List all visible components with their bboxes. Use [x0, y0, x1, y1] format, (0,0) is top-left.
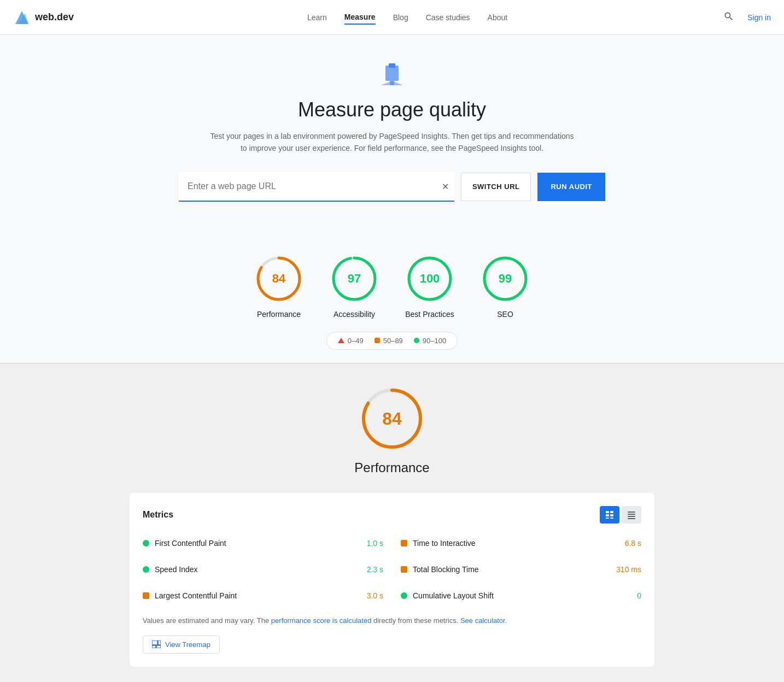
svg-rect-3 [389, 63, 395, 68]
metrics-card: Metrics [130, 493, 654, 667]
svg-rect-23 [628, 516, 635, 517]
accessibility-label: Accessibility [334, 310, 375, 319]
fcp-indicator [143, 540, 149, 546]
logo[interactable]: web.dev [13, 9, 74, 26]
metrics-note-text: Values are estimated and may vary. The [143, 616, 271, 625]
view-simple-button[interactable] [622, 506, 641, 524]
metric-tti: Time to Interactive 6.8 s [401, 534, 641, 552]
view-treemap-button[interactable]: View Treemap [143, 636, 220, 654]
score-performance[interactable]: 84 Performance [254, 254, 303, 319]
nav-right: Sign in [719, 7, 771, 28]
svg-rect-2 [385, 66, 399, 81]
url-clear-button[interactable]: ✕ [442, 181, 449, 191]
performance-detail-title: Performance [130, 460, 654, 475]
performance-score: 84 [272, 272, 285, 286]
svg-rect-28 [156, 645, 161, 648]
calculator-link[interactable]: See calculator. [460, 616, 507, 625]
si-indicator [143, 566, 149, 573]
metric-cls: Cumulative Layout Shift 0 [401, 587, 641, 604]
metrics-note-mid: directly from these metrics. [373, 616, 460, 625]
legend-fail-range: 0–49 [348, 337, 364, 345]
score-best-practices[interactable]: 100 Best Practices [405, 254, 454, 319]
perf-score-link[interactable]: performance score is calculated [271, 616, 372, 625]
tti-indicator [401, 540, 407, 546]
legend-pass: 90–100 [414, 337, 446, 345]
si-name: Speed Index [155, 565, 361, 574]
hero-title: Measure page quality [13, 98, 771, 121]
logo-icon [13, 9, 31, 26]
seo-label: SEO [497, 310, 513, 319]
metrics-view-toggle [600, 506, 641, 524]
performance-section: 84 Performance Metrics [0, 364, 784, 682]
metric-lcp: Largest Contentful Paint 3.0 s [143, 587, 383, 604]
seo-score: 99 [499, 272, 512, 286]
best-practices-score: 100 [420, 272, 440, 286]
nav-measure[interactable]: Measure [344, 10, 376, 25]
nav-learn[interactable]: Learn [307, 11, 327, 24]
tti-name: Time to Interactive [413, 539, 619, 548]
nav-about[interactable]: About [488, 11, 508, 24]
view-detailed-button[interactable] [600, 506, 619, 524]
sign-in-button[interactable]: Sign in [747, 13, 771, 22]
metric-tbt: Total Blocking Time 310 ms [401, 561, 641, 578]
tbt-name: Total Blocking Time [413, 565, 611, 574]
navigation: web.dev Learn Measure Blog Case studies … [0, 0, 784, 35]
svg-rect-22 [628, 514, 635, 515]
score-seo[interactable]: 99 SEO [481, 254, 530, 319]
run-audit-button[interactable]: RUN AUDIT [537, 173, 605, 201]
performance-detail-score: 84 [382, 408, 402, 428]
svg-rect-19 [606, 518, 609, 519]
lighthouse-logo [375, 61, 409, 87]
performance-label: Performance [257, 310, 301, 319]
hero-description: Test your pages in a lab environment pow… [206, 130, 578, 155]
svg-rect-21 [628, 511, 635, 513]
url-input[interactable] [179, 172, 454, 201]
legend-average-range: 50–89 [383, 337, 403, 345]
grid-view-icon [605, 510, 614, 519]
performance-detail-circle: 84 [359, 386, 425, 451]
legend-square-icon [375, 338, 380, 343]
search-icon [723, 11, 734, 22]
tbt-value: 310 ms [616, 565, 641, 574]
nav-blog[interactable]: Blog [393, 11, 408, 24]
metric-si: Speed Index 2.3 s [143, 561, 383, 578]
metrics-note: Values are estimated and may vary. The p… [143, 615, 641, 627]
metric-fcp: First Contentful Paint 1.0 s [143, 534, 383, 552]
performance-inner: 84 Performance Metrics [130, 386, 654, 667]
tti-value: 6.8 s [625, 539, 641, 548]
performance-circle: 84 [254, 254, 303, 303]
metrics-title: Metrics [143, 510, 173, 520]
performance-score-wrap: 84 Performance [130, 386, 654, 475]
fcp-value: 1.0 s [367, 539, 383, 548]
switch-url-button[interactable]: SWITCH URL [461, 173, 531, 201]
seo-circle: 99 [481, 254, 530, 303]
svg-rect-25 [152, 640, 157, 645]
logo-text: web.dev [35, 11, 74, 23]
metrics-header: Metrics [143, 506, 641, 524]
lcp-name: Largest Contentful Paint [155, 591, 361, 600]
cls-indicator [401, 592, 407, 599]
url-input-row: ✕ SWITCH URL RUN AUDIT [179, 172, 605, 202]
svg-rect-17 [606, 514, 609, 516]
legend-fail: 0–49 [338, 337, 364, 345]
scores-row: 84 Performance 97 Accessibility [13, 254, 771, 319]
lcp-indicator [143, 592, 149, 599]
legend-dot-icon [414, 338, 419, 343]
nav-case-studies[interactable]: Case studies [426, 11, 470, 24]
svg-rect-16 [610, 511, 613, 513]
score-legend: 0–49 50–89 90–100 [326, 332, 458, 350]
legend-pass-range: 90–100 [423, 337, 446, 345]
accessibility-score: 97 [348, 272, 361, 286]
hero-section: Measure page quality Test your pages in … [0, 35, 784, 237]
url-input-wrapper: ✕ [179, 172, 454, 202]
svg-rect-15 [606, 511, 609, 513]
search-button[interactable] [719, 7, 739, 28]
scores-section: 84 Performance 97 Accessibility [0, 237, 784, 363]
score-accessibility[interactable]: 97 Accessibility [330, 254, 379, 319]
svg-rect-18 [610, 514, 613, 516]
list-view-icon [627, 510, 636, 519]
best-practices-label: Best Practices [405, 310, 454, 319]
treemap-icon [152, 640, 161, 648]
treemap-btn-label: View Treemap [165, 640, 210, 649]
cls-name: Cumulative Layout Shift [413, 591, 631, 600]
